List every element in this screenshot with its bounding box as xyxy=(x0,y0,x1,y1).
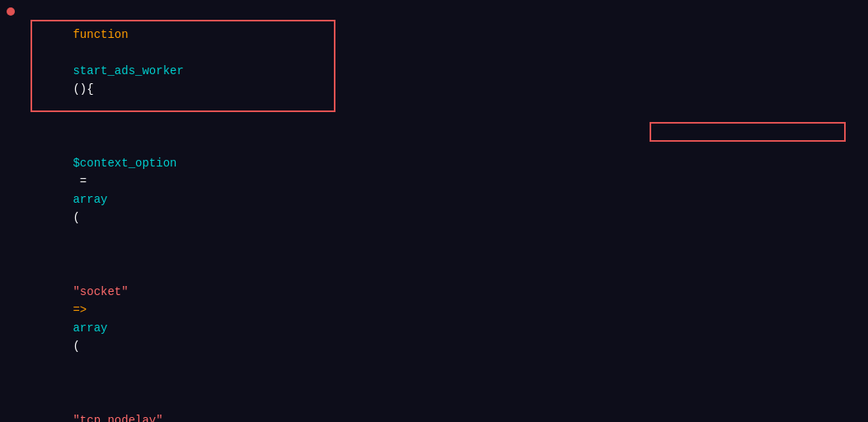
str-nodelay: "tcp_nodelay" xyxy=(73,414,162,422)
plain-space xyxy=(73,46,79,59)
line-gutter-1 xyxy=(0,7,23,16)
paren3: ( xyxy=(73,340,79,353)
fn-array: array xyxy=(73,193,107,206)
indent xyxy=(73,138,101,152)
code-editor: function start_ads_worker (){ $context_o… xyxy=(0,0,868,422)
code-line-4: "tcp_nodelay" => true , xyxy=(0,374,868,422)
breakpoint-1 xyxy=(7,7,15,16)
line-content-3: "socket" => array ( xyxy=(23,246,129,373)
arrow1: => xyxy=(73,303,87,316)
paren2: ( xyxy=(73,211,79,224)
var-context: $context_option xyxy=(73,157,176,170)
kw-function: function xyxy=(73,28,128,41)
str-socket: "socket" xyxy=(73,285,128,298)
line-content-2: $context_option = array ( xyxy=(23,118,176,245)
fn-array2: array xyxy=(73,321,107,335)
indent xyxy=(73,396,156,409)
indent xyxy=(73,267,128,280)
fn-name: start_ads_worker xyxy=(73,64,183,77)
line-content-1: function start_ads_worker (){ xyxy=(23,7,184,116)
code-line-1: function start_ads_worker (){ xyxy=(0,7,868,117)
code-line-3: "socket" => array ( xyxy=(0,246,868,374)
code-line-2: $context_option = array ( xyxy=(0,117,868,246)
equals: = xyxy=(73,175,93,188)
line-content-4: "tcp_nodelay" => true , xyxy=(23,375,163,422)
paren: (){ xyxy=(73,82,93,96)
